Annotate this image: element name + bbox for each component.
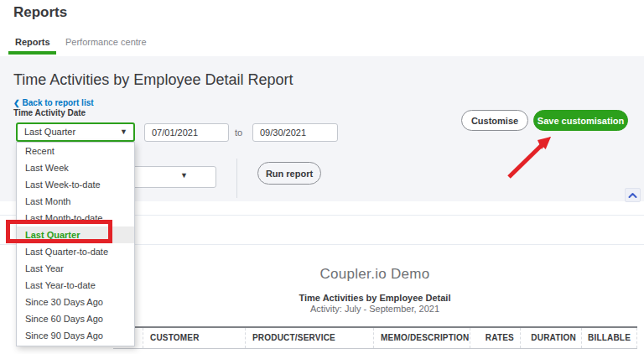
reports-page: Reports Reports Performance centre Time … (0, 0, 644, 354)
table-header-rates[interactable]: RATES (470, 328, 520, 348)
dropdown-item-last-quarter-to-date[interactable]: Last Quarter-to-date (17, 243, 134, 260)
time-activity-date-label: Time Activity Date (13, 108, 86, 117)
tab-performance-centre[interactable]: Performance centre (65, 37, 147, 47)
customise-button[interactable]: Customise (461, 110, 528, 131)
dropdown-item-recent[interactable]: Recent (17, 143, 134, 159)
active-tab-underline (8, 51, 56, 55)
back-to-report-list-link[interactable]: ❮Back to report list (13, 98, 94, 107)
period-select[interactable]: Last Quarter ▼ (16, 122, 135, 142)
save-customisation-button[interactable]: Save customisation (533, 110, 628, 131)
company-name: Coupler.io Demo (106, 266, 643, 283)
chevron-down-icon: ▼ (180, 171, 188, 180)
dropdown-item-last-quarter[interactable]: Last Quarter (17, 226, 134, 243)
chevron-down-icon: ▼ (120, 124, 127, 140)
table-header-billable[interactable]: BILLABLE (581, 328, 637, 348)
chevron-up-icon (628, 192, 637, 199)
table-header-memo-description[interactable]: MEMO/DESCRIPTION (373, 328, 470, 348)
report-canvas-title: Time Activities by Employee Detail (106, 293, 643, 303)
back-chevron-icon: ❮ (13, 99, 20, 107)
report-title: Time Activities by Employee Detail Repor… (13, 71, 293, 89)
dropdown-item-last-week[interactable]: Last Week (17, 159, 134, 176)
to-label: to (235, 128, 242, 138)
dropdown-item-last-month-to-date[interactable]: Last Month-to-date (17, 210, 134, 226)
dropdown-item-since-60-days-ago[interactable]: Since 60 Days Ago (17, 310, 134, 327)
tab-reports[interactable]: Reports (15, 37, 50, 47)
date-to-input[interactable] (252, 123, 338, 142)
dropdown-item-since-30-days-ago[interactable]: Since 30 Days Ago (17, 294, 134, 310)
run-report-button[interactable]: Run report (257, 162, 321, 185)
collapse-panel-button[interactable] (625, 188, 641, 202)
date-from-input[interactable] (144, 123, 229, 142)
report-table-header: CUSTOMER PRODUCT/SERVICE MEMO/DESCRIPTIO… (113, 326, 637, 349)
report-canvas-period: Activity: July - September, 2021 (106, 304, 643, 314)
back-link-label: Back to report list (23, 98, 94, 107)
period-dropdown-list: Recent Last Week Last Week-to-date Last … (16, 142, 135, 346)
page-title: Reports (13, 4, 67, 21)
period-select-value: Last Quarter (24, 127, 75, 137)
toolbar-divider (236, 159, 237, 198)
dropdown-item-last-week-to-date[interactable]: Last Week-to-date (17, 176, 134, 193)
dropdown-item-last-year[interactable]: Last Year (17, 260, 134, 277)
dropdown-item-last-month[interactable]: Last Month (17, 193, 134, 210)
table-header-customer[interactable]: CUSTOMER (143, 328, 245, 348)
table-header-duration[interactable]: DURATION (520, 328, 581, 348)
dropdown-item-since-90-days-ago[interactable]: Since 90 Days Ago (17, 327, 134, 344)
table-header-product-service[interactable]: PRODUCT/SERVICE (245, 328, 373, 348)
dropdown-item-last-year-to-date[interactable]: Last Year-to-date (17, 277, 134, 294)
